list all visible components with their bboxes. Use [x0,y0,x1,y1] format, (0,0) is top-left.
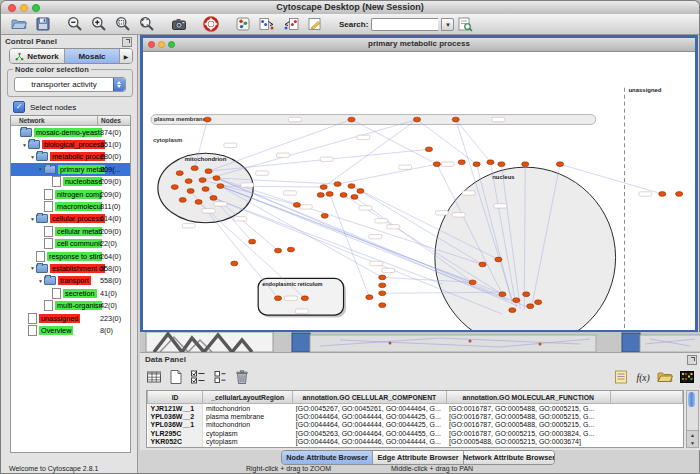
tree-expander-icon[interactable]: ▼ [29,216,36,222]
network-node[interactable] [217,184,224,189]
network-node[interactable] [274,248,281,253]
network-node[interactable] [317,193,324,198]
network-node[interactable] [676,192,683,197]
tree-row[interactable]: cellular metabo209(0) [11,225,130,237]
tab-mosaic[interactable]: Mosaic [65,49,120,63]
network-node[interactable] [191,166,198,171]
tree-row[interactable]: ▼cellular process614(0) [11,213,130,225]
tree-row[interactable]: mosaic-demo-yeast874(0) [11,126,130,138]
network-node[interactable] [320,185,327,190]
tree-row[interactable]: ▼metabolic process280(0) [11,151,130,163]
network-node[interactable] [379,291,386,296]
open-file-icon[interactable] [11,16,27,32]
network-node[interactable] [479,262,486,267]
tree-row[interactable]: ▼establishment of lo558(0) [11,262,130,274]
formula-builder-icon[interactable]: f(x) [635,369,651,385]
network-node[interactable] [351,195,358,200]
tree-row[interactable]: secretion41(0) [11,287,130,299]
column-header[interactable] [610,391,682,404]
snapshot-icon[interactable] [171,16,187,32]
network-node[interactable] [513,298,520,303]
network-node[interactable] [535,300,542,305]
network-node[interactable] [213,176,220,181]
zoom-in-icon[interactable] [91,16,107,32]
network-node[interactable] [523,292,530,297]
tree-row[interactable]: ▼primary metabo209(... [11,163,130,175]
network-node[interactable] [187,189,194,194]
network-node[interactable] [348,117,355,122]
tree-expander-icon[interactable]: ▼ [21,142,28,148]
network-node[interactable] [379,283,386,288]
network-node[interactable] [433,162,440,167]
select-nodes-checkbox[interactable] [13,101,25,113]
network-node[interactable] [321,213,328,218]
network-node[interactable] [348,184,355,189]
matrix-icon[interactable] [679,369,695,385]
float-panel-icon[interactable] [122,37,132,47]
annotation-icon[interactable] [307,16,323,32]
tree-expander-icon[interactable]: ▼ [37,166,44,172]
network-node[interactable] [171,185,178,190]
network-node[interactable] [249,239,256,244]
network-node[interactable] [527,304,534,309]
column-header[interactable]: annotation.GO MOLECULAR_FUNCTION [446,391,610,404]
help-icon[interactable] [203,16,219,32]
network-frame-titlebar[interactable]: primary metabolic process [143,38,695,52]
save-icon[interactable] [35,16,51,32]
import-attributes-icon[interactable] [657,369,673,385]
tree-row[interactable]: macromolecule311(0) [11,200,130,212]
unselect-all-attributes-icon[interactable] [212,369,228,385]
network-node[interactable] [179,198,186,203]
zoom-selected-icon[interactable] [115,16,131,32]
table-row[interactable]: YJR121W__1mitochondrion[GO:0045267, GO:0… [148,404,683,413]
network-node[interactable] [274,296,281,301]
network-node[interactable] [204,117,211,122]
delete-attribute-icon[interactable] [234,369,250,385]
network-edge[interactable] [338,164,437,184]
tree-row[interactable]: response to stimulu264(0) [11,250,130,262]
network-node[interactable] [413,117,420,122]
tree-row[interactable]: cell communicat22(0) [11,238,130,250]
node-color-dropdown[interactable]: transporter activity [14,77,126,92]
network-node[interactable] [326,192,333,197]
column-header[interactable]: annotation.GO CELLULAR_COMPONENT [293,391,446,404]
network-node[interactable] [556,162,563,167]
network-edge[interactable] [213,198,442,284]
select-all-attributes-icon[interactable] [190,369,206,385]
network-node[interactable] [287,247,294,252]
network-node[interactable] [334,182,341,187]
network-node[interactable] [498,162,505,167]
vizmapper-icon[interactable] [235,16,251,32]
search-dropdown-button[interactable]: ▼ [441,18,454,31]
network-node[interactable] [522,162,529,167]
tab-network[interactable]: Network [10,49,65,63]
tab-overflow-arrow[interactable]: ▶ [120,49,132,63]
tree-row[interactable]: multi-organism pro42(0) [11,299,130,311]
tree-row[interactable]: unassigned223(0) [11,312,130,324]
network-node[interactable] [357,189,364,194]
network-node[interactable] [293,203,300,208]
network-node[interactable] [458,160,465,165]
column-header[interactable]: ID [148,391,203,404]
table-scrollbar[interactable]: ▲▼ [686,390,699,448]
network-node[interactable] [425,147,432,152]
paste-style-icon[interactable] [283,16,299,32]
network-node[interactable] [210,196,217,201]
network-node[interactable] [231,261,238,266]
tree-expander-icon[interactable]: ▼ [29,265,36,271]
table-row[interactable]: YPL036W__2plasma membrane[GO:0044464, GO… [148,412,683,420]
tree-row[interactable]: ▼biological_process651(0) [11,138,130,150]
network-node[interactable] [195,200,202,205]
network-node[interactable] [495,257,502,262]
network-node[interactable] [185,179,192,184]
network-node[interactable] [659,192,666,197]
tree-expander-icon[interactable]: ▼ [37,278,44,284]
network-node[interactable] [301,296,308,301]
tree-row[interactable]: nitrogen compo209(0) [11,188,130,200]
table-row[interactable]: YDR039C__1mitochondrion[GO:0044464, GO:0… [148,446,683,448]
tree-row[interactable]: ▼transport558(0) [11,275,130,287]
network-canvas[interactable]: plasma membranecytoplasmmitochondrionnuc… [143,52,695,330]
tree-row[interactable]: Overview8(0) [11,324,130,336]
scrollbar-thumb[interactable] [688,392,695,407]
network-node[interactable] [473,162,480,167]
